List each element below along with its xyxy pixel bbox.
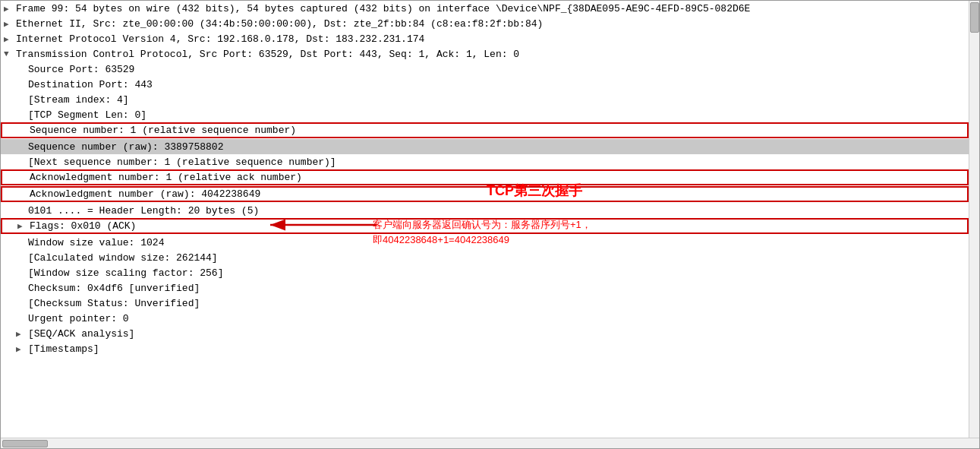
expand-icon[interactable]: ▶ xyxy=(16,329,28,339)
detail-line-ip[interactable]: ▶Internet Protocol Version 4, Src: 192.1… xyxy=(1,31,969,46)
line-text-stream-index: [Stream index: 4] xyxy=(28,94,129,106)
h-scrollbar-thumb[interactable] xyxy=(2,440,48,447)
scrollbar-thumb[interactable] xyxy=(970,2,979,33)
detail-line-ethernet[interactable]: ▶Ethernet II, Src: zte_00:00:00 (34:4b:5… xyxy=(1,16,969,31)
tcp-annotation-label: TCP第三次握手 xyxy=(487,182,582,200)
line-text-tcp-seg-len: [TCP Segment Len: 0] xyxy=(28,109,147,121)
horizontal-scrollbar[interactable] xyxy=(1,438,979,448)
line-text-urgent-ptr: Urgent pointer: 0 xyxy=(28,313,129,324)
detail-line-tcp-seg-len[interactable]: [TCP Segment Len: 0] xyxy=(1,107,969,122)
detail-line-checksum-status[interactable]: [Checksum Status: Unverified] xyxy=(1,296,969,311)
line-text-flags: Flags: 0x010 (ACK) xyxy=(30,220,136,232)
detail-content[interactable]: ▶Frame 99: 54 bytes on wire (432 bits), … xyxy=(1,1,969,438)
line-text-tcp: Transmission Control Protocol, Src Port:… xyxy=(16,49,519,60)
line-text-seq-ack-analysis: [SEQ/ACK analysis] xyxy=(28,328,134,340)
line-text-src-port: Source Port: 63529 xyxy=(28,64,134,75)
packet-detail-panel: ▶Frame 99: 54 bytes on wire (432 bits), … xyxy=(1,1,979,438)
line-text-ack-num-raw: Acknowledgment number (raw): 4042238649 xyxy=(30,188,260,200)
detail-line-urgent-ptr[interactable]: Urgent pointer: 0 xyxy=(1,311,969,326)
line-text-win-size-val: Window size value: 1024 xyxy=(28,237,164,248)
line-text-ip: Internet Protocol Version 4, Src: 192.16… xyxy=(16,33,424,45)
line-text-dst-port: Destination Port: 443 xyxy=(28,79,153,90)
line-text-next-seq: [Next sequence number: 1 (relative seque… xyxy=(28,157,336,168)
detail-line-tcp[interactable]: ▼Transmission Control Protocol, Src Port… xyxy=(1,46,969,62)
annotation-description: 客户端向服务器返回确认号为：服务器序列号+1， 即4042238648+1=40… xyxy=(373,217,591,247)
expand-icon[interactable]: ▶ xyxy=(4,19,16,29)
line-text-checksum-status: [Checksum Status: Unverified] xyxy=(28,298,200,309)
expand-icon[interactable]: ▶ xyxy=(4,34,16,44)
vertical-scrollbar[interactable] xyxy=(969,1,979,438)
detail-line-seq-num[interactable]: Sequence number: 1 (relative sequence nu… xyxy=(1,122,969,138)
detail-line-seq-num-raw[interactable]: Sequence number (raw): 3389758802 xyxy=(1,139,969,154)
line-text-header-len: 0101 .... = Header Length: 20 bytes (5) xyxy=(28,205,259,217)
line-text-calc-win-size: [Calculated window size: 262144] xyxy=(28,252,218,264)
wireshark-packet-detail: ▶Frame 99: 54 bytes on wire (432 bits), … xyxy=(0,0,980,449)
line-text-win-scale: [Window size scaling factor: 256] xyxy=(28,267,223,279)
detail-line-timestamps[interactable]: ▶[Timestamps] xyxy=(1,341,969,356)
line-text-seq-num: Sequence number: 1 (relative sequence nu… xyxy=(30,125,296,136)
detail-line-ack-num[interactable]: Acknowledgment number: 1 (relative ack n… xyxy=(1,169,969,185)
detail-line-ack-num-raw[interactable]: Acknowledgment number (raw): 4042238649 xyxy=(1,186,969,202)
line-text-checksum: Checksum: 0x4df6 [unverified] xyxy=(28,283,200,294)
line-text-timestamps: [Timestamps] xyxy=(28,343,99,355)
detail-line-stream-index[interactable]: [Stream index: 4] xyxy=(1,92,969,107)
detail-line-src-port[interactable]: Source Port: 63529 xyxy=(1,62,969,77)
expand-icon[interactable]: ▶ xyxy=(4,4,16,14)
detail-line-calc-win-size[interactable]: [Calculated window size: 262144] xyxy=(1,250,969,265)
line-text-ethernet: Ethernet II, Src: zte_00:00:00 (34:4b:50… xyxy=(16,18,543,30)
detail-line-header-len[interactable]: 0101 .... = Header Length: 20 bytes (5) xyxy=(1,203,969,218)
detail-line-win-scale[interactable]: [Window size scaling factor: 256] xyxy=(1,265,969,280)
detail-line-seq-ack-analysis[interactable]: ▶[SEQ/ACK analysis] xyxy=(1,326,969,341)
detail-line-dst-port[interactable]: Destination Port: 443 xyxy=(1,77,969,92)
expand-icon[interactable]: ▶ xyxy=(17,221,30,231)
expand-icon[interactable]: ▼ xyxy=(4,49,16,58)
line-text-frame: Frame 99: 54 bytes on wire (432 bits), 5… xyxy=(16,3,750,14)
detail-line-next-seq[interactable]: [Next sequence number: 1 (relative seque… xyxy=(1,154,969,169)
line-text-ack-num: Acknowledgment number: 1 (relative ack n… xyxy=(30,172,302,183)
detail-line-checksum[interactable]: Checksum: 0x4df6 [unverified] xyxy=(1,280,969,296)
line-text-seq-num-raw: Sequence number (raw): 3389758802 xyxy=(28,141,223,153)
detail-line-frame[interactable]: ▶Frame 99: 54 bytes on wire (432 bits), … xyxy=(1,1,969,16)
expand-icon[interactable]: ▶ xyxy=(16,344,28,354)
